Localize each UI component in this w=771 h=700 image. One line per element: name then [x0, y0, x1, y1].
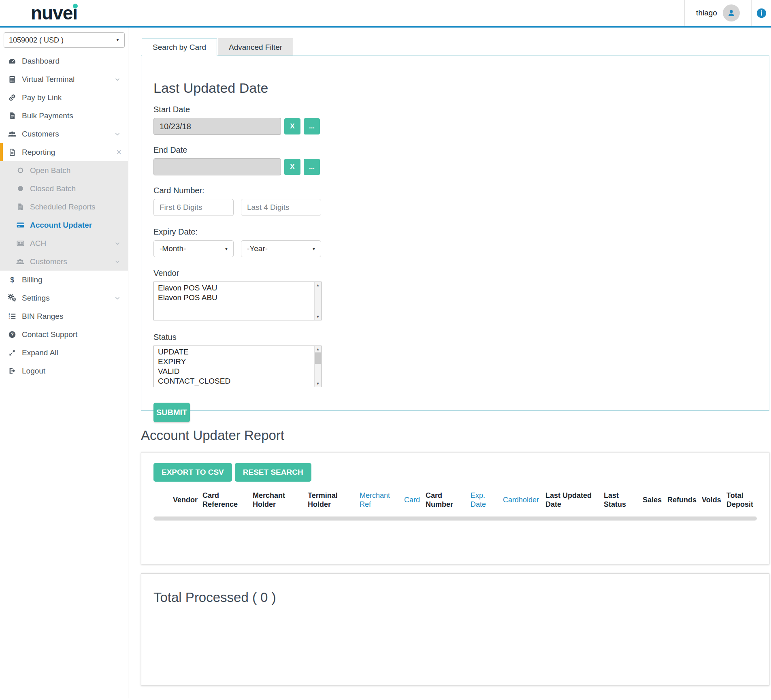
- column-header-voids: Voids: [702, 488, 726, 512]
- sidebar-item-bin-ranges[interactable]: BIN Ranges: [0, 307, 128, 325]
- sidebar-item-reporting[interactable]: Reporting ×: [0, 143, 128, 161]
- sidebar-item-pay-by-link[interactable]: Pay by Link: [0, 88, 128, 107]
- status-option[interactable]: VALID: [158, 367, 311, 376]
- reset-search-button[interactable]: RESET SEARCH: [235, 463, 311, 482]
- sidebar-item-label: Customers: [22, 130, 59, 139]
- main-content: Search by Card Advanced Filter Last Upda…: [128, 28, 771, 698]
- submit-button[interactable]: SUBMIT: [153, 403, 190, 422]
- column-header-card[interactable]: Card: [404, 488, 426, 512]
- link-icon: [7, 94, 17, 102]
- column-header-exp-date[interactable]: Exp. Date: [471, 488, 503, 512]
- column-header-cardholder[interactable]: Cardholder: [503, 488, 545, 512]
- sidebar: 1059002 ( USD ) ▼ Dashboard Virtual Term…: [0, 28, 128, 698]
- file-text-icon: [7, 148, 17, 156]
- table-header-row: Vendor Card Reference Merchant Holder Te…: [153, 488, 757, 512]
- expiry-month-select[interactable]: -Month- ▼: [153, 240, 234, 257]
- reporting-submenu: Open Batch Closed Batch Scheduled Report…: [0, 161, 128, 271]
- sidebar-item-label: Customers: [30, 257, 67, 266]
- end-date-picker-button[interactable]: ...: [304, 159, 320, 175]
- vendor-listbox[interactable]: Elavon POS VAU Elavon POS ABU ▲ ▼: [153, 282, 322, 320]
- column-header-merchant-ref[interactable]: Merchant Ref: [360, 488, 404, 512]
- sidebar-item-logout[interactable]: Logout: [0, 362, 128, 380]
- circle-outline-icon: [15, 166, 25, 175]
- logout-icon: [7, 367, 17, 375]
- status-listbox[interactable]: UPDATE EXPIRY VALID CONTACT_CLOSED ▲ ▼: [153, 346, 322, 387]
- status-option[interactable]: UPDATE: [158, 347, 311, 357]
- help-button[interactable]: [751, 0, 771, 26]
- column-header-total-deposit: Total Deposit: [726, 488, 757, 512]
- sidebar-item-customers[interactable]: Customers: [0, 125, 128, 143]
- column-header-card-number: Card Number: [426, 488, 471, 512]
- sidebar-item-label: Expand All: [22, 348, 58, 357]
- scroll-up-icon[interactable]: ▲: [315, 282, 321, 288]
- scroll-down-icon[interactable]: ▼: [315, 314, 321, 320]
- sidebar-item-label: Billing: [22, 275, 43, 284]
- column-header-vendor: Vendor: [153, 488, 202, 512]
- chevron-down-icon: [114, 131, 121, 137]
- expiry-year-select[interactable]: -Year- ▼: [241, 240, 321, 257]
- sidebar-item-label: Pay by Link: [22, 93, 62, 102]
- status-option[interactable]: CONTACT_CLOSED: [158, 376, 311, 386]
- sidebar-item-settings[interactable]: Settings: [0, 289, 128, 307]
- vendor-option[interactable]: Elavon POS ABU: [158, 293, 311, 303]
- scroll-up-icon[interactable]: ▲: [315, 346, 321, 352]
- user-menu[interactable]: thiago: [684, 0, 751, 26]
- sidebar-item-bulk-payments[interactable]: Bulk Payments: [0, 107, 128, 125]
- column-header-terminal-holder: Terminal Holder: [308, 488, 360, 512]
- sidebar-item-label: Account Updater: [30, 221, 92, 230]
- sidebar-item-dashboard[interactable]: Dashboard: [0, 52, 128, 70]
- sidebar-item-customers-sub[interactable]: Customers: [0, 252, 128, 271]
- expiry-date-label: Expiry Date:: [153, 227, 757, 237]
- credit-card-icon: [15, 221, 25, 229]
- sidebar-item-closed-batch[interactable]: Closed Batch: [0, 179, 128, 198]
- first-6-digits-input[interactable]: [153, 199, 234, 216]
- export-to-csv-button[interactable]: EXPORT TO CSV: [153, 463, 232, 482]
- caret-down-icon: ▼: [224, 247, 228, 251]
- circle-icon: [15, 185, 25, 193]
- filter-title: Last Updated Date: [153, 80, 757, 96]
- sidebar-item-label: Virtual Terminal: [22, 75, 75, 84]
- sidebar-item-label: Bulk Payments: [22, 111, 73, 120]
- status-label: Status: [153, 333, 757, 342]
- last-4-digits-input[interactable]: [241, 199, 321, 216]
- expiry-month-value: -Month-: [160, 244, 186, 253]
- chevron-down-icon: [114, 76, 121, 83]
- tachometer-icon: [7, 57, 17, 65]
- end-date-clear-button[interactable]: X: [284, 159, 300, 175]
- scroll-down-icon[interactable]: ▼: [315, 381, 321, 386]
- end-date-input[interactable]: [153, 158, 281, 175]
- user-icon: [727, 9, 736, 17]
- column-header-last-updated-date: Last Updated Date: [545, 488, 604, 512]
- sidebar-item-virtual-terminal[interactable]: Virtual Terminal: [0, 70, 128, 88]
- app-header: nuvei thiago: [0, 0, 771, 28]
- start-date-input[interactable]: [153, 118, 281, 135]
- table-horizontal-scrollbar[interactable]: [153, 516, 757, 521]
- tab-advanced-filter[interactable]: Advanced Filter: [218, 38, 293, 56]
- report-card: EXPORT TO CSV RESET SEARCH Vendor Card R…: [141, 452, 769, 564]
- sidebar-item-scheduled-reports[interactable]: Scheduled Reports: [0, 198, 128, 216]
- start-date-label: Start Date: [153, 105, 757, 114]
- scrollbar-thumb[interactable]: [315, 352, 321, 364]
- nuvei-logo[interactable]: nuvei: [31, 2, 77, 23]
- report-table: Vendor Card Reference Merchant Holder Te…: [153, 488, 757, 512]
- sidebar-item-open-batch[interactable]: Open Batch: [0, 161, 128, 179]
- start-date-picker-button[interactable]: ...: [304, 118, 320, 134]
- vendor-scrollbar: ▲ ▼: [314, 282, 321, 320]
- cogs-icon: [7, 294, 17, 302]
- tab-search-by-card[interactable]: Search by Card: [142, 38, 217, 56]
- total-processed-title: Total Processed ( 0 ): [153, 590, 757, 605]
- account-select[interactable]: 1059002 ( USD ) ▼: [4, 32, 125, 48]
- sidebar-item-account-updater[interactable]: Account Updater: [0, 216, 128, 234]
- chevron-down-icon: [114, 258, 121, 265]
- vendor-option[interactable]: Elavon POS VAU: [158, 283, 311, 293]
- sidebar-item-ach[interactable]: ACH: [0, 234, 128, 252]
- column-header-card-reference: Card Reference: [202, 488, 253, 512]
- sidebar-item-label: Open Batch: [30, 166, 70, 175]
- sidebar-item-contact-support[interactable]: Contact Support: [0, 325, 128, 344]
- start-date-clear-button[interactable]: X: [284, 118, 300, 134]
- close-icon[interactable]: ×: [116, 148, 121, 157]
- sidebar-item-billing[interactable]: Billing: [0, 271, 128, 289]
- status-option[interactable]: EXPIRY: [158, 357, 311, 367]
- column-header-refunds: Refunds: [667, 488, 702, 512]
- sidebar-item-expand-all[interactable]: Expand All: [0, 344, 128, 362]
